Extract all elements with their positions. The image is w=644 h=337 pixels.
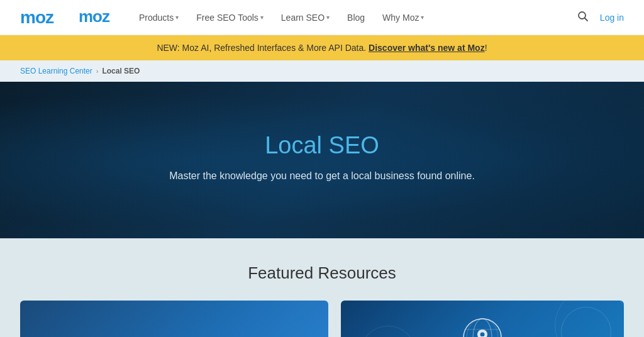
featured-card-1[interactable]: The Essential Local SEO Strategy Guide A… <box>20 301 328 337</box>
hero-subtitle: Master the knowledge you need to get a l… <box>13 170 631 182</box>
products-chevron-icon: ▾ <box>175 14 179 21</box>
announcement-prefix: NEW: Moz AI, Refreshed Interfaces & More… <box>157 43 369 53</box>
nav-why-moz[interactable]: Why Moz ▾ <box>382 13 424 23</box>
featured-resources-title: Featured Resources <box>20 263 624 283</box>
moz-logo-mark[interactable]: moz <box>79 7 114 28</box>
nav-actions: Log in <box>577 11 624 25</box>
why-moz-chevron-icon: ▾ <box>421 14 424 21</box>
breadcrumb-parent[interactable]: SEO Learning Center <box>20 67 92 75</box>
nav-free-seo-tools[interactable]: Free SEO Tools ▾ <box>196 13 264 23</box>
announcement-bar: NEW: Moz AI, Refreshed Interfaces & More… <box>0 35 644 60</box>
svg-text:moz: moz <box>79 7 110 26</box>
announcement-link[interactable]: Discover what's new at Moz <box>369 43 485 53</box>
login-button[interactable]: Log in <box>600 13 624 23</box>
breadcrumb-current: Local SEO <box>102 67 140 75</box>
svg-line-2 <box>584 18 587 21</box>
search-icon[interactable] <box>577 11 589 25</box>
hero-section: Local SEO Master the knowledge you need … <box>0 82 644 238</box>
nav-products[interactable]: Products ▾ <box>139 13 179 23</box>
featured-cards-container: The Essential Local SEO Strategy Guide A… <box>20 301 624 337</box>
learn-seo-chevron-icon: ▾ <box>326 14 330 21</box>
moz-logo[interactable]: moz <box>20 8 53 28</box>
announcement-suffix: ! <box>485 43 487 53</box>
main-nav: moz moz Products ▾ Free SEO Tools ▾ Lear… <box>0 0 644 35</box>
featured-card-2[interactable] <box>341 301 624 337</box>
free-seo-tools-chevron-icon: ▾ <box>260 14 264 21</box>
location-map-icon <box>457 309 508 338</box>
breadcrumb-separator: › <box>96 67 99 75</box>
hero-title: Local SEO <box>13 132 631 159</box>
svg-point-14 <box>480 332 485 336</box>
featured-resources-section: Featured Resources The Essential Local S… <box>0 238 644 337</box>
breadcrumb: SEO Learning Center › Local SEO <box>0 60 644 82</box>
nav-links: Products ▾ Free SEO Tools ▾ Learn SEO ▾ … <box>139 13 577 23</box>
nav-blog[interactable]: Blog <box>347 13 365 23</box>
nav-learn-seo[interactable]: Learn SEO ▾ <box>281 13 330 23</box>
